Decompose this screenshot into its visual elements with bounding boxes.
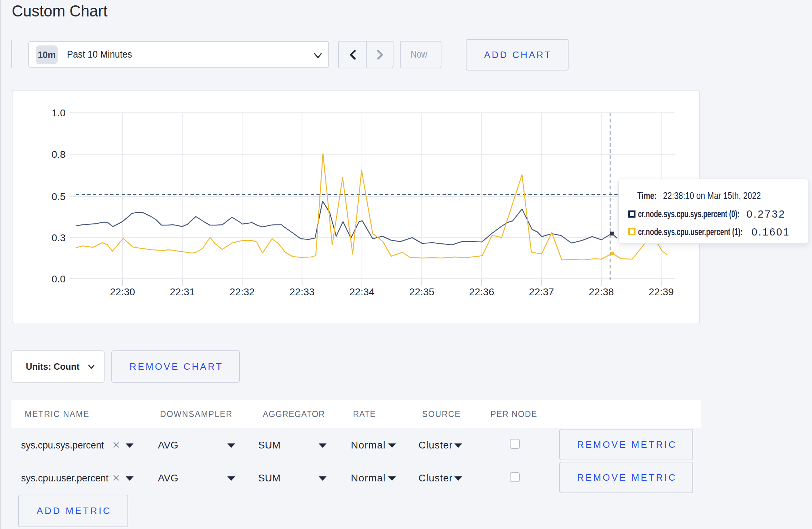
svg-text:22:35: 22:35 bbox=[409, 286, 434, 297]
svg-text:0.8: 0.8 bbox=[52, 149, 66, 160]
svg-text:22:37: 22:37 bbox=[529, 286, 554, 297]
svg-text:0.5: 0.5 bbox=[52, 191, 66, 202]
svg-text:22:31: 22:31 bbox=[170, 286, 195, 297]
svg-text:22:30: 22:30 bbox=[110, 286, 135, 297]
svg-text:1.0: 1.0 bbox=[52, 107, 66, 118]
svg-text:0.3: 0.3 bbox=[52, 232, 66, 243]
svg-text:22:32: 22:32 bbox=[229, 286, 255, 297]
svg-text:22:38: 22:38 bbox=[589, 286, 614, 297]
svg-text:22:34: 22:34 bbox=[349, 286, 374, 297]
svg-text:22:36: 22:36 bbox=[469, 286, 494, 297]
svg-text:22:39: 22:39 bbox=[649, 286, 674, 297]
svg-text:22:33: 22:33 bbox=[290, 286, 315, 297]
svg-text:0.0: 0.0 bbox=[52, 273, 66, 285]
